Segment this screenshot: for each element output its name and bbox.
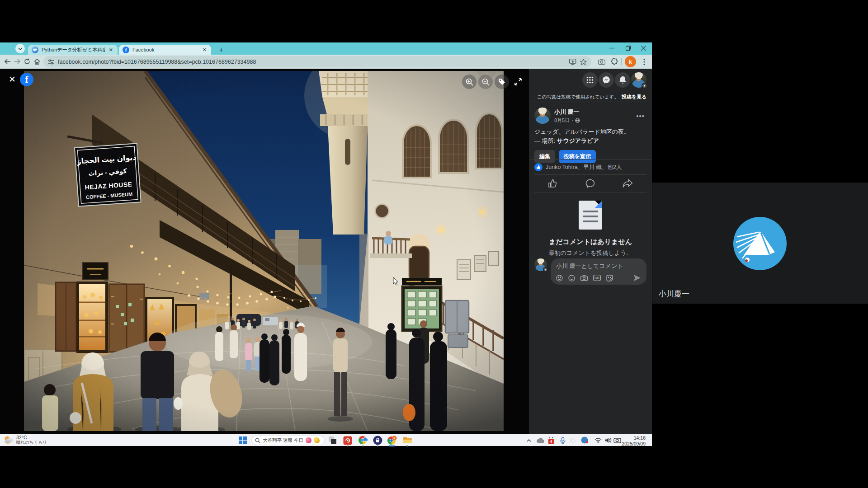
no-comments-title: まだコメントはありません xyxy=(529,238,652,246)
tag-photo-icon[interactable] xyxy=(495,75,509,89)
address-bar[interactable]: facebook.com/photo?fbid=1016768955511998… xyxy=(43,56,591,67)
gif-icon[interactable]: GIF xyxy=(593,275,601,281)
avatar-sticker-icon[interactable] xyxy=(556,275,563,282)
page-content: ديوان بيت الحجاز كوفي - تراث HEJAZ HOUSE… xyxy=(0,69,652,434)
window-restore-button[interactable] xyxy=(620,42,636,53)
sticker-icon[interactable] xyxy=(606,275,613,282)
view-post-link[interactable]: 投稿を見る xyxy=(622,94,647,100)
file-explorer-icon[interactable] xyxy=(401,435,413,446)
zoom-out-icon[interactable] xyxy=(478,75,493,89)
account-avatar[interactable]: ▾ xyxy=(631,72,646,88)
browser-toolbar: facebook.com/photo?fbid=1016768955511998… xyxy=(0,55,652,69)
post-meta-dot: · xyxy=(571,117,573,123)
empty-comments-illustration xyxy=(579,201,602,230)
forward-button[interactable] xyxy=(12,56,23,67)
notification-badge-icon[interactable]: 4 xyxy=(545,435,557,446)
new-tab-button[interactable]: ＋ xyxy=(216,45,226,55)
lock-app-icon[interactable] xyxy=(372,435,383,446)
notice-text: この写真は投稿で使用されています。 xyxy=(537,94,619,100)
apps-menu-icon[interactable] xyxy=(582,72,598,88)
comment-composer: ▾ 小川 慶一としてコメント GIF xyxy=(529,258,652,285)
taskbar-weather-widget[interactable]: 32°C 晴れのちくもり xyxy=(4,435,47,445)
weather-desc: 晴れのちくもり xyxy=(16,440,47,445)
browser-titlebar: Pythonデータ分析ゼミ本科生 ポー ✕ f Facebook ✕ ＋ xyxy=(0,42,652,55)
comment-button-icon[interactable] xyxy=(585,179,595,188)
post-text: ジェッダ、アルバラード地区の夜。 xyxy=(534,128,646,136)
tab-python-seminar[interactable]: Pythonデータ分析ゼミ本科生 ポー ✕ xyxy=(28,45,118,55)
share-button-icon[interactable] xyxy=(623,179,633,188)
tab2-title: Facebook xyxy=(132,47,198,52)
mouse-cursor xyxy=(393,277,399,286)
emoji-icon[interactable] xyxy=(568,275,575,282)
zoom-in-icon[interactable] xyxy=(462,75,476,89)
search-highlight-image-2 xyxy=(314,437,320,443)
comment-input[interactable]: 小川 慶一としてコメント GIF xyxy=(551,258,646,285)
photo-jeddah-albalad: ديوان بيت الحجاز كوفي - تراث HEJAZ HOUSE… xyxy=(24,71,504,431)
chrome-cloud-app-icon[interactable] xyxy=(357,435,369,446)
tab1-close-icon[interactable]: ✕ xyxy=(108,47,114,53)
post-author-avatar[interactable] xyxy=(534,108,551,124)
no-comments-section: まだコメントはありません 最初のコメントを投稿しよう。 xyxy=(529,201,652,257)
post-options-kebab-icon[interactable]: ••• xyxy=(634,111,646,121)
task-view-icon[interactable] xyxy=(326,435,338,446)
start-button[interactable] xyxy=(239,436,247,444)
taskbar-search-box[interactable]: 大谷翔平 速報 今日 xyxy=(251,436,325,445)
url-text: facebook.com/photo?fbid=1016768955511998… xyxy=(58,59,566,65)
clock-date: 2025/09/09 xyxy=(622,441,646,447)
tray-chevron-icon[interactable] xyxy=(524,435,533,446)
close-photo-icon[interactable]: ✕ xyxy=(7,74,17,84)
participant-name: 小川慶一 xyxy=(659,289,689,299)
taskbar-clock[interactable]: 14:16 2025/09/09 xyxy=(622,435,646,446)
chrome-profile-app-icon[interactable]: k xyxy=(386,435,398,446)
facebook-sidebar: ▾ この写真は投稿で使用されています。 投稿を見る 小川 慶一 8月5日 · xyxy=(529,69,652,434)
overlay-x-icon[interactable] xyxy=(567,435,579,446)
post-details: 小川 慶一 8月5日 · ••• ジェッダ、アルバラード地区の夜。 — 場所: … xyxy=(529,105,652,163)
post-location-name[interactable]: サウジアラビア xyxy=(557,137,599,144)
browser-menu-kebab-icon[interactable] xyxy=(638,56,650,67)
svg-text:k: k xyxy=(394,436,396,440)
composer-avatar[interactable]: ▾ xyxy=(534,258,547,271)
camera-icon[interactable] xyxy=(580,275,588,281)
tab2-close-icon[interactable]: ✕ xyxy=(202,47,208,53)
composer-avatar-chevron-icon: ▾ xyxy=(543,267,548,272)
weather-sun-cloud-icon xyxy=(4,435,14,444)
tab-facebook[interactable]: f Facebook ✕ xyxy=(119,45,211,55)
bookmark-star-icon[interactable] xyxy=(580,59,587,65)
camera-extension-icon[interactable] xyxy=(596,56,608,67)
search-query-text: 大谷翔平 速報 今日 xyxy=(263,437,303,444)
site-info-icon[interactable] xyxy=(48,59,54,65)
fullscreen-expand-icon[interactable] xyxy=(511,75,525,89)
account-chevron-icon: ▾ xyxy=(642,83,647,89)
red-swirl-app-icon[interactable] xyxy=(342,435,354,446)
post-author-name[interactable]: 小川 慶一 xyxy=(554,108,631,116)
notifications-bell-icon[interactable] xyxy=(615,72,630,88)
participant-logo-avatar xyxy=(733,217,787,270)
extensions-puzzle-icon[interactable] xyxy=(609,56,620,67)
search-icon xyxy=(255,438,260,443)
reactions-names[interactable]: Junko Tohira、早川 織、他2人 xyxy=(546,164,622,171)
svg-text:GIF: GIF xyxy=(594,277,599,280)
tab1-favicon-icon xyxy=(32,47,38,53)
svg-text:4: 4 xyxy=(550,439,552,444)
post-date[interactable]: 8月5日 xyxy=(554,117,570,124)
install-app-icon[interactable] xyxy=(569,59,576,65)
public-globe-icon xyxy=(575,118,580,123)
facebook-logo[interactable]: f xyxy=(20,73,33,86)
sync-tray-icon[interactable] xyxy=(611,435,623,446)
reload-button[interactable] xyxy=(22,56,33,67)
tab-list-chevron-icon[interactable] xyxy=(15,44,25,53)
window-close-button[interactable] xyxy=(636,42,651,53)
messenger-icon[interactable] xyxy=(599,72,614,88)
back-button[interactable] xyxy=(2,56,13,67)
tab1-title: Pythonデータ分析ゼミ本科生 ポー xyxy=(42,47,105,53)
like-button-icon[interactable] xyxy=(548,179,558,188)
onedrive-cloud-icon[interactable] xyxy=(534,435,546,446)
reactions-summary[interactable]: Junko Tohira、早川 織、他2人 xyxy=(529,159,652,175)
home-button[interactable] xyxy=(32,56,42,67)
browser-profile-avatar[interactable]: k xyxy=(625,56,636,67)
windows-taskbar: 32°C 晴れのちくもり 大谷翔平 速報 今日 xyxy=(0,434,652,446)
blue-globe-tray-icon[interactable] xyxy=(579,435,590,446)
send-comment-icon[interactable] xyxy=(633,274,641,282)
window-minimize-button[interactable] xyxy=(604,42,619,53)
comment-placeholder: 小川 慶一としてコメント xyxy=(556,262,641,270)
